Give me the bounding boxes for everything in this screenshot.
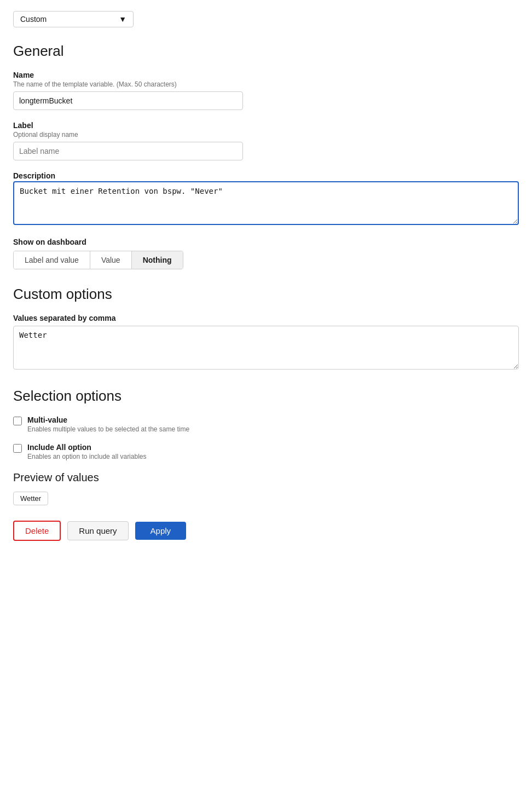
- values-label: Values separated by comma: [13, 314, 519, 322]
- delete-button[interactable]: Delete: [13, 521, 61, 541]
- description-textarea[interactable]: [13, 181, 519, 225]
- toggle-nothing[interactable]: Nothing: [132, 251, 183, 269]
- label-label: Label: [13, 121, 519, 130]
- type-dropdown[interactable]: Custom ▼: [13, 11, 134, 27]
- include-all-checkbox[interactable]: [13, 444, 22, 453]
- include-all-label: Include All option: [27, 443, 146, 452]
- show-on-dashboard-group: Show on dashboard Label and value Value …: [13, 238, 519, 269]
- general-section-title: General: [13, 43, 519, 60]
- name-hint: The name of the template variable. (Max.…: [13, 80, 519, 88]
- values-textarea[interactable]: [13, 326, 519, 370]
- action-bar: Delete Run query Apply: [13, 521, 519, 541]
- multi-value-checkbox[interactable]: [13, 417, 22, 425]
- chevron-down-icon: ▼: [119, 15, 126, 24]
- show-on-dashboard-toggle: Label and value Value Nothing: [13, 251, 183, 269]
- preview-title: Preview of values: [13, 471, 519, 484]
- label-input[interactable]: [13, 142, 243, 160]
- selection-options-section: Selection options Multi-value Enables mu…: [13, 388, 519, 460]
- preview-section: Preview of values Wetter: [13, 471, 519, 521]
- label-field-group: Label Optional display name: [13, 121, 519, 160]
- custom-options-title: Custom options: [13, 286, 519, 303]
- name-input[interactable]: [13, 91, 243, 110]
- toggle-label-and-value[interactable]: Label and value: [14, 251, 90, 269]
- apply-button[interactable]: Apply: [135, 522, 187, 540]
- multi-value-hint: Enables multiple values to be selected a…: [27, 425, 189, 433]
- include-all-hint: Enables an option to include all variabl…: [27, 453, 146, 460]
- toggle-value[interactable]: Value: [90, 251, 132, 269]
- label-hint: Optional display name: [13, 131, 519, 139]
- name-label: Name: [13, 71, 519, 79]
- include-all-row: Include All option Enables an option to …: [13, 443, 519, 460]
- selection-options-title: Selection options: [13, 388, 519, 405]
- multi-value-row: Multi-value Enables multiple values to b…: [13, 416, 519, 433]
- run-query-button[interactable]: Run query: [67, 521, 128, 540]
- preview-tag: Wetter: [13, 492, 48, 505]
- name-field-group: Name The name of the template variable. …: [13, 71, 519, 110]
- description-field-group: Description: [13, 171, 519, 227]
- show-on-dashboard-label: Show on dashboard: [13, 238, 519, 246]
- custom-options-section: Custom options Values separated by comma: [13, 286, 519, 371]
- type-dropdown-value: Custom: [20, 15, 47, 24]
- multi-value-label: Multi-value: [27, 416, 189, 424]
- description-label: Description: [13, 171, 519, 180]
